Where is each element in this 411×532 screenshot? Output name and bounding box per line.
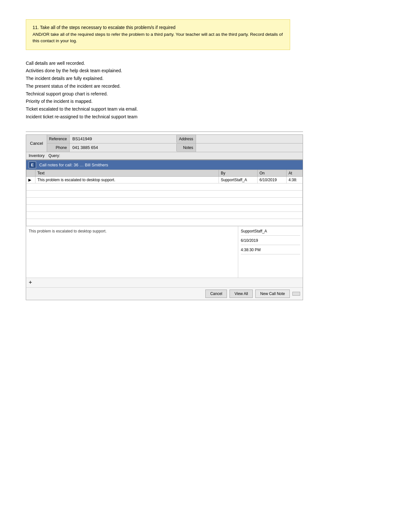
detail-text-area[interactable]: This problem is escalated to desktop sup… — [26, 226, 238, 278]
detail-meta: SupportStaff_A 6/10/2019 4:38:30 PM — [238, 226, 303, 278]
phone-label: Phone — [47, 143, 70, 152]
cancel-button[interactable]: Cancel — [26, 135, 47, 152]
checklist: Call details are well recorded. Activiti… — [26, 60, 392, 121]
table-header-row: Text By On At — [26, 170, 303, 176]
col-by-header: By — [219, 170, 258, 176]
notes-footer: Cancel View All New Call Note — [26, 287, 303, 300]
call-panel: Cancel Reference BS141949 Address Phone … — [26, 134, 303, 160]
row-arrow-icon: ▶ — [26, 176, 35, 183]
instruction-box: 11. Take all of the steps necessary to e… — [26, 19, 290, 50]
top-ruler — [26, 129, 303, 132]
table-row-empty-3 — [26, 197, 303, 204]
new-call-note-button[interactable]: New Call Note — [255, 290, 290, 298]
fields-block: Reference BS141949 Address Phone 041 388… — [47, 135, 303, 152]
detail-by: SupportStaff_A — [241, 229, 300, 236]
checklist-item-1: Call details are well recorded. — [26, 60, 392, 67]
checklist-item-4: The present status of the incident are r… — [26, 83, 392, 90]
inventory-row: Inventory Query: — [26, 152, 303, 160]
view-all-button[interactable]: View All — [230, 290, 253, 298]
notes-header-icon: E — [29, 162, 36, 168]
row-by: SupportStaff_A — [219, 176, 258, 183]
row-at: 4:38: — [287, 176, 303, 183]
notes-label: Notes — [177, 143, 196, 152]
checklist-item-3: The incident details are fully explained… — [26, 75, 392, 83]
query-label: Query: — [48, 153, 60, 158]
table-row-empty-1 — [26, 183, 303, 190]
table-row-empty-2 — [26, 190, 303, 197]
reference-row: Reference BS141949 Address — [47, 135, 303, 143]
step-number: 11. Take all of the steps necessary to e… — [33, 25, 283, 30]
reference-value[interactable]: BS141949 — [70, 135, 177, 143]
table-row-empty-4 — [26, 204, 303, 212]
instruction-subtext: AND/OR take all of the required steps to… — [33, 31, 283, 44]
detail-date: 6/10/2019 — [241, 238, 300, 245]
table-row-empty-5 — [26, 212, 303, 219]
checklist-item-6: Priority of the incident is mapped. — [26, 98, 392, 105]
address-value[interactable] — [196, 138, 303, 140]
col-text-header: Text — [35, 170, 219, 176]
address-label: Address — [177, 135, 196, 143]
inventory-label: Inventory — [29, 153, 44, 158]
notes-value[interactable] — [196, 146, 303, 149]
row-text: This problem is escalated to desktop sup… — [35, 176, 219, 183]
notes-table: Text By On At ▶ This problem is escalate… — [26, 170, 303, 226]
col-at-header: At — [287, 170, 303, 176]
row-on: 6/10/2019 — [258, 176, 287, 183]
col-arrow — [26, 170, 35, 176]
detail-time: 4:38:30 PM — [241, 248, 300, 254]
call-panel-top: Cancel Reference BS141949 Address Phone … — [26, 135, 303, 152]
checklist-item-8: Incident ticket re-assigned to the techn… — [26, 113, 392, 121]
detail-area: This problem is escalated to desktop sup… — [26, 226, 303, 278]
col-on-header: On — [258, 170, 287, 176]
add-row-button[interactable]: + — [26, 278, 303, 287]
notes-header: E Call notes for call: 36 … Bill Smither… — [26, 160, 303, 170]
checklist-item-2: Activities done by the help desk team ex… — [26, 67, 392, 75]
checklist-item-5: Technical support group chart is referre… — [26, 90, 392, 98]
notes-title: Call notes for call: 36 … Bill Smithers — [39, 163, 108, 167]
reference-label: Reference — [47, 135, 70, 143]
table-row[interactable]: ▶ This problem is escalated to desktop s… — [26, 176, 303, 183]
notes-panel: E Call notes for call: 36 … Bill Smither… — [26, 160, 303, 300]
checklist-item-7: Ticket escalated to the technical suppor… — [26, 105, 392, 113]
footer-cancel-button[interactable]: Cancel — [205, 290, 227, 298]
phone-row: Phone 041 3885 654 Notes — [47, 143, 303, 152]
phone-value[interactable]: 041 3885 654 — [70, 144, 177, 151]
table-row-empty-6 — [26, 219, 303, 226]
small-action-button[interactable] — [292, 292, 300, 296]
